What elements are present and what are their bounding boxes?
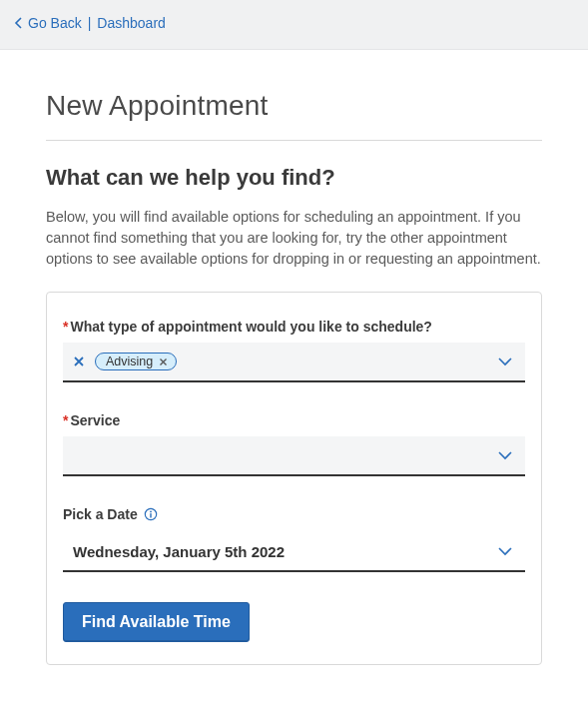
date-select[interactable]: Wednesday, January 5th 2022 <box>63 532 525 572</box>
chevron-down-icon <box>497 449 513 461</box>
breadcrumb-separator: | <box>88 15 92 31</box>
appt-type-chip: Advising <box>95 353 177 370</box>
appt-type-field: *What type of appointment would you like… <box>63 319 525 382</box>
clear-selection-icon[interactable] <box>73 356 85 367</box>
required-star: * <box>63 319 68 335</box>
appointment-card: *What type of appointment would you like… <box>46 292 542 665</box>
dashboard-link[interactable]: Dashboard <box>97 15 166 31</box>
service-select[interactable] <box>63 436 525 476</box>
service-field: *Service <box>63 412 525 476</box>
appt-type-label: *What type of appointment would you like… <box>63 319 525 335</box>
svg-point-1 <box>150 511 152 513</box>
go-back-link[interactable]: Go Back <box>28 15 82 31</box>
chevron-left-icon <box>14 17 24 29</box>
chip-label: Advising <box>106 355 153 368</box>
date-label: Pick a Date <box>63 506 525 522</box>
chevron-down-icon <box>497 545 513 557</box>
chip-remove-icon[interactable] <box>159 357 168 366</box>
info-icon[interactable] <box>144 507 158 521</box>
breadcrumb: Go Back | Dashboard <box>0 0 588 50</box>
chevron-down-icon <box>497 356 513 367</box>
required-star: * <box>63 412 68 428</box>
service-label: *Service <box>63 412 525 428</box>
page-subtitle: What can we help you find? <box>46 165 542 191</box>
date-field: Pick a Date Wednesday, January 5th 2022 <box>63 506 525 572</box>
page-title: New Appointment <box>46 90 542 141</box>
appt-type-select[interactable]: Advising <box>63 343 525 382</box>
svg-rect-2 <box>150 513 151 517</box>
intro-text: Below, you will find available options f… <box>46 207 542 270</box>
date-value: Wednesday, January 5th 2022 <box>73 543 285 560</box>
find-available-time-button[interactable]: Find Available Time <box>63 602 250 642</box>
